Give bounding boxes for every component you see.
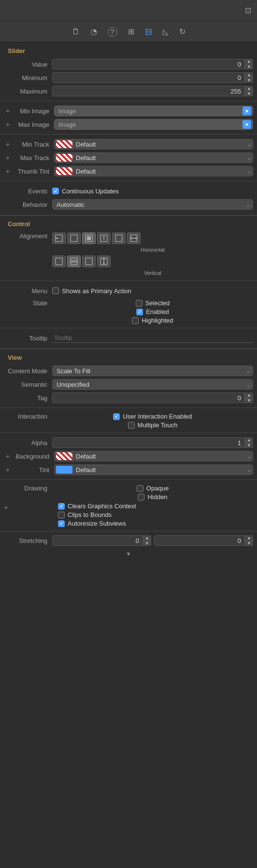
- grid-icon[interactable]: ⊞: [128, 27, 134, 36]
- tag-row: Tag ▲ ▼: [0, 391, 257, 405]
- tint-select[interactable]: Default: [54, 464, 253, 475]
- align-v-btn-3[interactable]: [97, 256, 111, 267]
- alpha-stepper-up[interactable]: ▲: [245, 437, 253, 443]
- alpha-stepper: ▲ ▼: [244, 437, 253, 448]
- align-h-btn-0[interactable]: [52, 232, 66, 244]
- value-label: Value: [4, 61, 52, 68]
- behavior-content: Automatic Manual: [52, 199, 253, 210]
- state-highlighted-row: Highlighted: [132, 317, 173, 324]
- menu-checkbox[interactable]: [52, 287, 59, 294]
- maximum-stepper-down[interactable]: ▼: [245, 92, 253, 97]
- background-plus[interactable]: +: [4, 452, 12, 460]
- stretching-y-stepper-down[interactable]: ▼: [245, 541, 253, 546]
- clears-graphics-checkbox[interactable]: [58, 503, 65, 510]
- alpha-label: Alpha: [4, 439, 52, 447]
- align-h-btn-5[interactable]: [127, 232, 141, 244]
- thumb-tint-row: + Thumb Tint Default ⌄: [0, 164, 257, 178]
- minimum-stepper: ▲ ▼: [244, 72, 253, 83]
- state-highlighted-checkbox[interactable]: [132, 317, 139, 324]
- drawing-plus[interactable]: +: [4, 502, 17, 511]
- user-interaction-checkbox[interactable]: [113, 413, 120, 420]
- align-v-btn-0[interactable]: [52, 256, 66, 267]
- thumb-tint-select[interactable]: Default: [54, 166, 253, 176]
- opaque-checkbox[interactable]: [137, 485, 143, 492]
- alpha-input[interactable]: [52, 437, 253, 448]
- tag-stepper-up[interactable]: ▲: [245, 393, 253, 398]
- behavior-select[interactable]: Automatic Manual: [52, 199, 253, 210]
- file-icon[interactable]: 🗒: [72, 27, 80, 36]
- align-h-btn-4[interactable]: [112, 232, 126, 244]
- stretching-x-stepper-up[interactable]: ▲: [143, 535, 151, 541]
- hidden-checkbox[interactable]: [138, 494, 144, 501]
- hidden-label: Hidden: [147, 493, 167, 501]
- clock-icon[interactable]: ◔: [90, 27, 97, 36]
- refresh-icon[interactable]: ↻: [179, 27, 186, 36]
- stretching-x-wrap: ▲ ▼: [52, 535, 151, 546]
- bottom-chevron-icon[interactable]: ▼: [126, 551, 131, 557]
- tint-plus[interactable]: +: [4, 466, 12, 474]
- alpha-stepper-down[interactable]: ▼: [245, 443, 253, 448]
- stretching-x-input[interactable]: [52, 535, 151, 546]
- ruler-icon[interactable]: ◺: [163, 27, 169, 36]
- align-h-btn-3[interactable]: T: [97, 232, 111, 244]
- value-stepper-down[interactable]: ▼: [245, 65, 253, 70]
- max-track-select[interactable]: Default: [54, 152, 253, 163]
- drawing-extra-wrap: + Clears Graphics Context Clips to Bound…: [0, 502, 257, 528]
- tag-stepper-down[interactable]: ▼: [245, 398, 253, 404]
- semantic-select[interactable]: Unspecified Playback Spatial Navigation …: [52, 379, 253, 390]
- alpha-content: ▲ ▼: [52, 437, 253, 448]
- min-image-select[interactable]: Image: [54, 106, 253, 116]
- bottom-chevron-wrap: ▼: [0, 547, 257, 561]
- background-label: Background: [14, 453, 54, 460]
- minimum-stepper-up[interactable]: ▲: [245, 72, 253, 78]
- min-track-plus[interactable]: +: [4, 140, 12, 148]
- tag-input[interactable]: [52, 393, 253, 403]
- sliders-icon[interactable]: ⊟: [145, 27, 152, 37]
- minimum-input[interactable]: [52, 72, 253, 83]
- background-row: + Background Default ⌄: [0, 449, 257, 463]
- drawing-content: Opaque Hidden: [52, 485, 253, 501]
- value-stepper-up[interactable]: ▲: [245, 59, 253, 65]
- multiple-touch-checkbox[interactable]: [128, 422, 135, 429]
- background-dropdown-wrap: Default ⌄: [54, 451, 253, 461]
- interaction-content: User Interaction Enabled Multiple Touch: [52, 413, 253, 429]
- content-mode-select[interactable]: Scale To Fill Scale To Fit Redraw Center…: [52, 366, 253, 376]
- alignment-content: T Horizontal Vertical: [52, 232, 253, 277]
- toolbar: 🗒 ◔ ? ⊞ ⊟ ◺ ↻: [0, 21, 257, 42]
- value-input[interactable]: [52, 59, 253, 69]
- stretching-y-input[interactable]: [154, 535, 253, 546]
- semantic-label: Semantic: [4, 381, 52, 388]
- align-v-btn-1[interactable]: [67, 256, 81, 267]
- panel-toggle-icon[interactable]: ⊡: [245, 6, 251, 15]
- semantic-row: Semantic Unspecified Playback Spatial Na…: [0, 378, 257, 391]
- thumb-tint-plus[interactable]: +: [4, 167, 12, 175]
- align-v-btn-2[interactable]: [82, 256, 96, 267]
- background-select[interactable]: Default: [54, 451, 253, 461]
- max-track-plus[interactable]: +: [4, 154, 12, 162]
- align-h-btn-2[interactable]: [82, 232, 96, 244]
- stretching-y-stepper-up[interactable]: ▲: [245, 535, 253, 541]
- align-h-btn-1[interactable]: [67, 232, 81, 244]
- svg-text:T: T: [102, 236, 105, 241]
- continuous-updates-checkbox[interactable]: [52, 188, 59, 194]
- autoresize-checkbox[interactable]: [58, 520, 65, 527]
- control-section-header: Control: [0, 216, 257, 231]
- stretching-x-stepper-down[interactable]: ▼: [143, 541, 151, 546]
- alignment-horizontal-group: T: [52, 232, 141, 244]
- state-content: Selected Enabled Highlighted: [52, 299, 253, 324]
- maximum-input[interactable]: [52, 86, 253, 96]
- tooltip-input[interactable]: [52, 333, 253, 343]
- max-image-select[interactable]: Image: [54, 119, 253, 130]
- min-track-select[interactable]: Default: [54, 139, 253, 149]
- minimum-stepper-down[interactable]: ▼: [245, 78, 253, 83]
- interaction-label: Interaction: [4, 413, 52, 420]
- help-icon[interactable]: ?: [108, 27, 117, 37]
- clips-bounds-label: Clips to Bounds: [68, 511, 112, 518]
- clips-bounds-checkbox[interactable]: [58, 512, 65, 518]
- min-image-plus[interactable]: +: [4, 107, 12, 115]
- maximum-stepper-up[interactable]: ▲: [245, 86, 253, 92]
- state-selected-checkbox[interactable]: [136, 300, 143, 307]
- max-image-plus[interactable]: +: [4, 121, 12, 128]
- state-enabled-checkbox[interactable]: [136, 309, 143, 315]
- max-image-dropdown-wrap: Image ▼: [54, 119, 253, 130]
